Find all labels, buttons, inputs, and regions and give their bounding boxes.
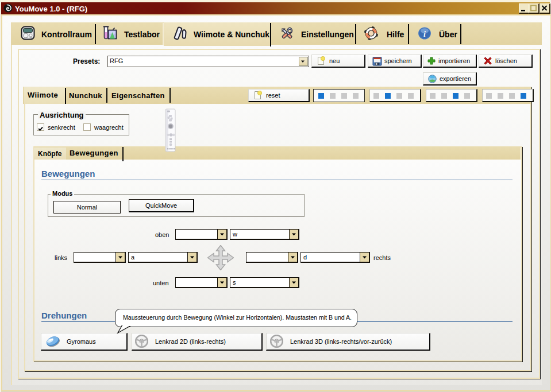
svg-text:i: i [423,29,426,38]
